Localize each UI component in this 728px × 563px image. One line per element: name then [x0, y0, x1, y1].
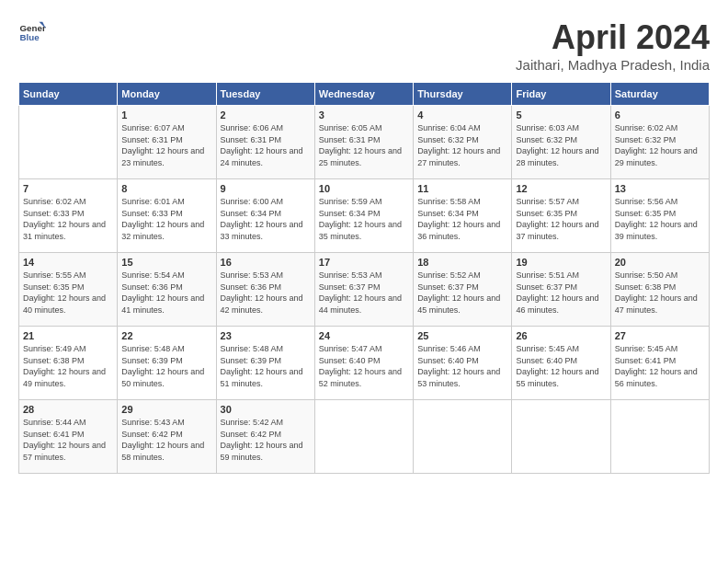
day-info: Sunrise: 6:04 AMSunset: 6:32 PMDaylight:…: [417, 122, 507, 168]
day-info: Sunrise: 6:00 AMSunset: 6:34 PMDaylight:…: [221, 196, 311, 242]
day-number: 6: [615, 109, 705, 121]
day-info: Sunrise: 5:54 AMSunset: 6:36 PMDaylight:…: [121, 270, 211, 316]
day-info: Sunrise: 5:55 AMSunset: 6:35 PMDaylight:…: [23, 270, 113, 316]
day-number: 26: [516, 330, 606, 341]
day-number: 21: [23, 330, 113, 341]
svg-text:Blue: Blue: [20, 32, 40, 42]
calendar-cell: 14Sunrise: 5:55 AMSunset: 6:35 PMDayligh…: [19, 253, 118, 327]
calendar-cell: 26Sunrise: 5:45 AMSunset: 6:40 PMDayligh…: [512, 327, 610, 400]
title-section: April 2024 Jaithari, Madhya Pradesh, Ind…: [516, 18, 710, 73]
day-number: 3: [319, 109, 409, 121]
day-number: 14: [23, 257, 113, 268]
calendar-week-row: 14Sunrise: 5:55 AMSunset: 6:35 PMDayligh…: [19, 253, 710, 327]
weekday-header-friday: Friday: [512, 83, 610, 106]
calendar-cell: 21Sunrise: 5:49 AMSunset: 6:38 PMDayligh…: [19, 327, 118, 400]
day-info: Sunrise: 5:53 AMSunset: 6:36 PMDaylight:…: [221, 270, 311, 316]
day-number: 24: [319, 330, 409, 341]
calendar-cell: 27Sunrise: 5:45 AMSunset: 6:41 PMDayligh…: [610, 327, 709, 400]
weekday-header-thursday: Thursday: [414, 83, 512, 106]
calendar-cell: 19Sunrise: 5:51 AMSunset: 6:37 PMDayligh…: [512, 253, 610, 327]
day-number: 13: [615, 183, 705, 194]
day-number: 10: [319, 183, 409, 194]
day-number: 22: [121, 330, 211, 341]
day-info: Sunrise: 5:53 AMSunset: 6:37 PMDaylight:…: [319, 270, 409, 316]
calendar-week-row: 21Sunrise: 5:49 AMSunset: 6:38 PMDayligh…: [19, 327, 710, 400]
calendar-week-row: 1Sunrise: 6:07 AMSunset: 6:31 PMDaylight…: [19, 106, 710, 179]
weekday-header-monday: Monday: [118, 83, 216, 106]
calendar-cell: 10Sunrise: 5:59 AMSunset: 6:34 PMDayligh…: [314, 179, 413, 253]
day-number: 25: [417, 330, 507, 341]
weekday-header-tuesday: Tuesday: [216, 83, 314, 106]
calendar-cell: 7Sunrise: 6:02 AMSunset: 6:33 PMDaylight…: [19, 179, 118, 253]
day-info: Sunrise: 5:45 AMSunset: 6:41 PMDaylight:…: [615, 343, 705, 389]
calendar-cell: [610, 400, 709, 474]
day-number: 7: [23, 183, 113, 194]
weekday-header-row: SundayMondayTuesdayWednesdayThursdayFrid…: [19, 83, 710, 106]
day-number: 2: [221, 109, 311, 121]
day-number: 4: [417, 109, 507, 121]
calendar-cell: 17Sunrise: 5:53 AMSunset: 6:37 PMDayligh…: [314, 253, 413, 327]
day-info: Sunrise: 6:05 AMSunset: 6:31 PMDaylight:…: [319, 122, 409, 168]
weekday-header-wednesday: Wednesday: [314, 83, 413, 106]
day-info: Sunrise: 5:49 AMSunset: 6:38 PMDaylight:…: [23, 343, 113, 389]
day-number: 12: [516, 183, 606, 194]
calendar-cell: 12Sunrise: 5:57 AMSunset: 6:35 PMDayligh…: [512, 179, 610, 253]
day-info: Sunrise: 5:56 AMSunset: 6:35 PMDaylight:…: [615, 196, 705, 242]
day-info: Sunrise: 5:52 AMSunset: 6:37 PMDaylight:…: [417, 270, 507, 316]
calendar-cell: 1Sunrise: 6:07 AMSunset: 6:31 PMDaylight…: [118, 106, 216, 179]
calendar-cell: 15Sunrise: 5:54 AMSunset: 6:36 PMDayligh…: [118, 253, 216, 327]
day-number: 30: [221, 404, 311, 415]
day-info: Sunrise: 5:58 AMSunset: 6:34 PMDaylight:…: [417, 196, 507, 242]
day-info: Sunrise: 5:43 AMSunset: 6:42 PMDaylight:…: [121, 417, 211, 463]
calendar-cell: 8Sunrise: 6:01 AMSunset: 6:33 PMDaylight…: [118, 179, 216, 253]
calendar-cell: 3Sunrise: 6:05 AMSunset: 6:31 PMDaylight…: [314, 106, 413, 179]
day-info: Sunrise: 6:02 AMSunset: 6:32 PMDaylight:…: [615, 122, 705, 168]
day-number: 15: [121, 257, 211, 268]
day-number: 1: [121, 109, 211, 121]
calendar-cell: [414, 400, 512, 474]
weekday-header-sunday: Sunday: [19, 83, 118, 106]
calendar-week-row: 7Sunrise: 6:02 AMSunset: 6:33 PMDaylight…: [19, 179, 710, 253]
location-subtitle: Jaithari, Madhya Pradesh, India: [516, 57, 710, 73]
calendar-week-row: 28Sunrise: 5:44 AMSunset: 6:41 PMDayligh…: [19, 400, 710, 474]
day-number: 27: [615, 330, 705, 341]
day-number: 8: [121, 183, 211, 194]
calendar-cell: 5Sunrise: 6:03 AMSunset: 6:32 PMDaylight…: [512, 106, 610, 179]
day-info: Sunrise: 5:45 AMSunset: 6:40 PMDaylight:…: [516, 343, 606, 389]
day-info: Sunrise: 5:59 AMSunset: 6:34 PMDaylight:…: [319, 196, 409, 242]
day-info: Sunrise: 5:48 AMSunset: 6:39 PMDaylight:…: [221, 343, 311, 389]
calendar-cell: 23Sunrise: 5:48 AMSunset: 6:39 PMDayligh…: [216, 327, 314, 400]
month-year-title: April 2024: [516, 18, 710, 57]
day-info: Sunrise: 5:42 AMSunset: 6:42 PMDaylight:…: [221, 417, 311, 463]
day-info: Sunrise: 5:50 AMSunset: 6:38 PMDaylight:…: [615, 270, 705, 316]
day-info: Sunrise: 5:46 AMSunset: 6:40 PMDaylight:…: [417, 343, 507, 389]
weekday-header-saturday: Saturday: [610, 83, 709, 106]
calendar-cell: [314, 400, 413, 474]
day-info: Sunrise: 5:57 AMSunset: 6:35 PMDaylight:…: [516, 196, 606, 242]
calendar-cell: 22Sunrise: 5:48 AMSunset: 6:39 PMDayligh…: [118, 327, 216, 400]
calendar-cell: 13Sunrise: 5:56 AMSunset: 6:35 PMDayligh…: [610, 179, 709, 253]
day-number: 29: [121, 404, 211, 415]
calendar-cell: 25Sunrise: 5:46 AMSunset: 6:40 PMDayligh…: [414, 327, 512, 400]
calendar-cell: 29Sunrise: 5:43 AMSunset: 6:42 PMDayligh…: [118, 400, 216, 474]
day-info: Sunrise: 5:47 AMSunset: 6:40 PMDaylight:…: [319, 343, 409, 389]
calendar-cell: 16Sunrise: 5:53 AMSunset: 6:36 PMDayligh…: [216, 253, 314, 327]
calendar-cell: 9Sunrise: 6:00 AMSunset: 6:34 PMDaylight…: [216, 179, 314, 253]
calendar-cell: 20Sunrise: 5:50 AMSunset: 6:38 PMDayligh…: [610, 253, 709, 327]
day-info: Sunrise: 5:44 AMSunset: 6:41 PMDaylight:…: [23, 417, 113, 463]
day-info: Sunrise: 5:51 AMSunset: 6:37 PMDaylight:…: [516, 270, 606, 316]
day-number: 16: [221, 257, 311, 268]
day-number: 5: [516, 109, 606, 121]
calendar-cell: 18Sunrise: 5:52 AMSunset: 6:37 PMDayligh…: [414, 253, 512, 327]
calendar-cell: 28Sunrise: 5:44 AMSunset: 6:41 PMDayligh…: [19, 400, 118, 474]
day-number: 18: [417, 257, 507, 268]
logo: General Blue: [18, 18, 46, 46]
calendar-cell: 4Sunrise: 6:04 AMSunset: 6:32 PMDaylight…: [414, 106, 512, 179]
day-number: 9: [221, 183, 311, 194]
day-info: Sunrise: 5:48 AMSunset: 6:39 PMDaylight:…: [121, 343, 211, 389]
calendar-cell: [512, 400, 610, 474]
calendar-cell: 6Sunrise: 6:02 AMSunset: 6:32 PMDaylight…: [610, 106, 709, 179]
day-number: 11: [417, 183, 507, 194]
day-number: 20: [615, 257, 705, 268]
day-info: Sunrise: 6:03 AMSunset: 6:32 PMDaylight:…: [516, 122, 606, 168]
